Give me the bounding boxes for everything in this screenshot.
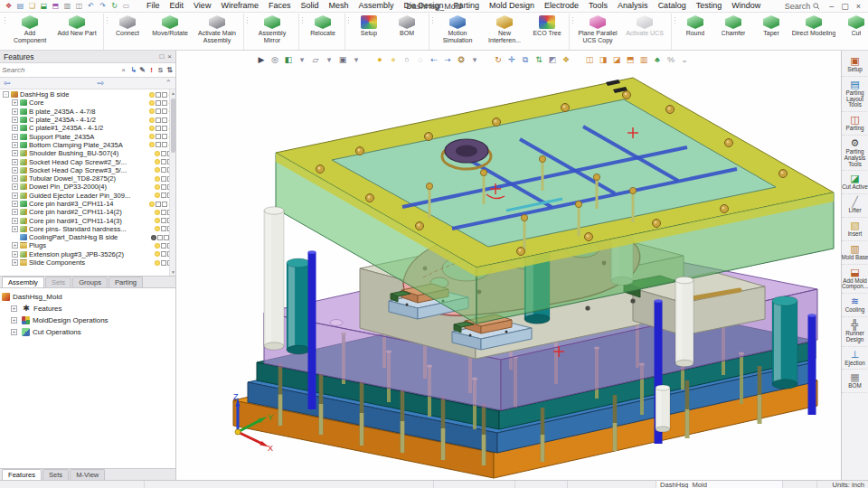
box-state-icon[interactable] <box>161 151 166 156</box>
redo-icon[interactable]: ↷ <box>98 2 108 11</box>
visibility-bulb-icon[interactable] <box>155 218 160 223</box>
expander-icon[interactable]: + <box>12 159 18 165</box>
select-arrow-icon[interactable]: ▶ <box>256 53 267 66</box>
tool-setup[interactable]: ▣Setup <box>842 53 868 77</box>
menu-edit[interactable]: Edit <box>165 0 189 12</box>
regen-icon[interactable]: ↻ <box>109 2 119 11</box>
ribbon-button-plane-parallel-ucs-copy[interactable]: Plane Parallel UCS Copy <box>575 15 620 44</box>
expander-icon[interactable]: + <box>11 305 17 312</box>
menu-catalog[interactable]: Catalog <box>654 0 691 12</box>
preview-box-icon[interactable]: ▭ <box>121 2 131 11</box>
save-icon[interactable]: ▤ <box>15 2 25 11</box>
visibility-bulb-icon[interactable] <box>155 176 160 182</box>
tree-item-support-plate-2435a[interactable]: +Support Plate_2435A◀ <box>1 132 175 140</box>
box-state-icon[interactable] <box>161 192 166 198</box>
bottom-tab-sets[interactable]: Sets <box>42 469 69 480</box>
grid-state-icon[interactable] <box>162 92 167 98</box>
expander-icon[interactable]: + <box>12 242 18 249</box>
expander-icon[interactable]: + <box>12 201 18 207</box>
box-state-icon[interactable] <box>156 92 161 98</box>
expander-icon[interactable]: + <box>12 218 18 224</box>
more-dropdown[interactable]: ⌄ <box>679 53 690 66</box>
undo-icon[interactable]: ↶ <box>86 2 96 11</box>
tree-item-guided-ejector-leader-pin-309-[interactable]: +Guided Ejector Leader Pin_309... <box>1 192 175 200</box>
menu-testing[interactable]: Testing <box>692 0 727 12</box>
tree-item-bottom-clamping-plate-2435a[interactable]: +Bottom Clamping Plate_2435A◀ <box>1 141 175 149</box>
tree-item-dashhsg-b-side[interactable]: -DashHsg B side◀ <box>1 90 175 99</box>
ribbon-button-new-interferen-[interactable]: New Interferen... <box>482 15 527 44</box>
menu-solid[interactable]: Solid <box>296 0 323 12</box>
search-box[interactable]: Search <box>785 2 821 11</box>
graphics-viewport[interactable]: ▶◎◧▾▱▾▣▾●●○◌⇠⇢❂▾↻✛⧉⇅◩❖◫◨◪⬒▥♣%⌄ ZYX <box>176 51 841 480</box>
sort-icon[interactable]: ⇅ <box>165 66 174 74</box>
tool-cut-active[interactable]: ◪Cut Active <box>842 171 868 194</box>
menu-analysis[interactable]: Analysis <box>613 0 653 12</box>
tab-sets[interactable]: Sets <box>45 277 71 287</box>
ribbon-button-connect[interactable]: Connect <box>109 15 146 44</box>
visibility-bulb-icon[interactable] <box>149 117 155 123</box>
bulb-half-icon[interactable]: ● <box>388 53 399 66</box>
grid-state-icon[interactable] <box>162 126 167 131</box>
mold-assembly-model[interactable]: ZYX <box>176 51 841 480</box>
expander-icon[interactable]: - <box>3 91 9 98</box>
print-icon[interactable]: ▥ <box>62 2 72 11</box>
ribbon-button-add-component[interactable]: Add Component <box>7 15 52 44</box>
tree-item-shoulder-bushing-bu-507-4-[interactable]: +Shoulder Bushing_BU-507(4) <box>1 149 175 157</box>
tab-groups[interactable]: Groups <box>72 277 108 287</box>
tool-lifter[interactable]: ╱Lifter <box>842 194 868 218</box>
leader-pin[interactable] <box>675 277 693 367</box>
tree-item-core[interactable]: +Core◀ <box>1 99 175 107</box>
suppress-icon[interactable]: S <box>156 66 165 74</box>
ribbon-button-add-new-part[interactable]: Add New Part <box>54 15 99 44</box>
tool-bom[interactable]: ▦BOM <box>842 370 868 393</box>
tree-item-socket-head-cap-screw-2-5-[interactable]: +Socket Head Cap Screw#2_5/... <box>1 157 175 165</box>
grid-state-icon[interactable] <box>162 202 167 207</box>
box-state-icon[interactable] <box>156 117 161 123</box>
expander-icon[interactable]: + <box>12 150 18 156</box>
visibility-bulb-icon[interactable] <box>155 226 160 231</box>
ribbon-button-taper[interactable]: Taper <box>753 15 789 44</box>
tree-item-slide-components[interactable]: +Slide Components <box>1 258 175 267</box>
visibility-bulb-icon[interactable] <box>155 251 160 257</box>
export-icon[interactable]: ⬒ <box>51 2 61 11</box>
view-box-icon[interactable]: ▣ <box>337 53 348 66</box>
tree-item-tubular-dowel-td8-2875-2-[interactable]: +Tubular Dowel_TD8-2875(2) <box>1 174 175 183</box>
ribbon-button-setup[interactable]: Setup <box>351 15 387 44</box>
ribbon-button-cut[interactable]: Cut <box>838 15 868 44</box>
box-state-icon[interactable] <box>161 218 166 223</box>
grid-state-icon[interactable] <box>162 100 167 106</box>
visibility-bulb-icon[interactable] <box>155 210 160 215</box>
box-state-icon[interactable] <box>161 176 166 182</box>
expander-icon[interactable]: + <box>12 183 18 190</box>
box-state-icon[interactable] <box>156 202 161 207</box>
expander-icon[interactable]: + <box>12 142 18 148</box>
tool-parting[interactable]: ◫Parting <box>842 112 868 136</box>
tool-add-mold-component[interactable]: ⬓Add Mold Compon... <box>842 265 868 295</box>
tool-mold-base[interactable]: ▥Mold Base <box>842 241 868 265</box>
ribbon-button-direct-modeling[interactable]: Direct Modeling <box>791 15 836 44</box>
ribbon-button-eco-tree[interactable]: ECO Tree <box>529 15 565 44</box>
bottom-tab-m-view[interactable]: M-View <box>70 469 105 480</box>
tool-ejection[interactable]: ⊥Ejection <box>842 347 868 371</box>
pencil-icon[interactable]: ✎ <box>138 66 146 74</box>
visibility-bulb-icon[interactable] <box>149 142 155 147</box>
menu-faces[interactable]: Faces <box>264 0 296 12</box>
guide-bushing[interactable] <box>287 258 310 354</box>
panel-pin-icon[interactable]: □ <box>159 52 164 61</box>
visibility-bulb-icon[interactable] <box>149 134 155 139</box>
visibility-bulb-icon[interactable] <box>149 202 155 207</box>
tree-item-c-plate-1-2435a-4-1-2[interactable]: +C plate#1_2435A - 4-1/2◀ <box>1 124 175 132</box>
visibility-bulb-icon[interactable] <box>149 92 155 98</box>
tree-item-extension-plug-3-jpb-3526-2-[interactable]: +Extension plug#3_JPB-3526(2) <box>1 250 175 258</box>
menu-electrode[interactable]: Electrode <box>540 0 583 12</box>
box-state-icon[interactable] <box>161 260 166 266</box>
visibility-bulb-icon[interactable] <box>155 184 160 190</box>
section-plane-icon[interactable]: ▱ <box>310 53 321 66</box>
tool-parting-analysis-tools[interactable]: ⚙Parting Analysis Tools <box>842 136 868 171</box>
ribbon-button-assembly-mirror[interactable]: Assembly Mirror <box>250 15 295 44</box>
tab-assembly[interactable]: Assembly <box>2 277 44 287</box>
align-part-icon[interactable]: ⧉ <box>520 53 531 66</box>
visibility-bulb-icon[interactable] <box>155 243 160 249</box>
visibility-bulb-icon[interactable] <box>155 260 160 266</box>
tool-cooling[interactable]: ≋Cooling <box>842 294 868 317</box>
